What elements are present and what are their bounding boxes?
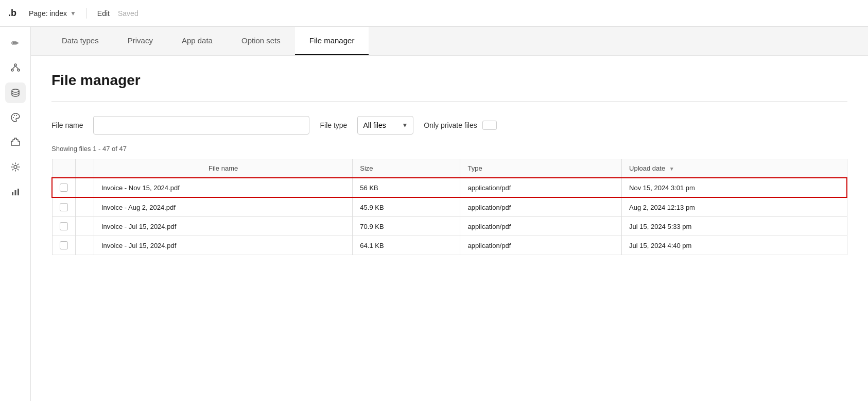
sort-icon: ▼: [669, 166, 674, 172]
row-size: 45.9 KB: [353, 197, 460, 217]
row-upload-date: Jul 15, 2024 5:33 pm: [622, 217, 847, 236]
edit-button[interactable]: Edit: [97, 9, 110, 18]
title-divider: [51, 101, 847, 102]
row-size: 56 KB: [353, 178, 460, 197]
row-checkbox-cell[interactable]: [52, 217, 76, 236]
th-type: Type: [460, 159, 622, 178]
row-preview-cell: [76, 217, 94, 236]
row-type: application/pdf: [460, 236, 622, 255]
main-content: Data types Privacy App data Option sets …: [31, 27, 868, 401]
row-filename: Invoice - Jul 15, 2024.pdf: [94, 217, 353, 236]
th-filename: File name: [94, 159, 353, 178]
svg-point-1: [11, 69, 13, 71]
filter-row: File name File type All files Images Doc…: [51, 116, 847, 135]
row-checkbox-cell[interactable]: [52, 236, 76, 255]
row-filename: Invoice - Nov 15, 2024.pdf: [94, 178, 353, 197]
svg-line-4: [15, 66, 19, 69]
svg-point-5: [12, 89, 19, 92]
table-row: Invoice - Aug 2, 2024.pdf 45.9 KB applic…: [52, 197, 847, 217]
topbar: .b Page: index ▼ Edit Saved: [0, 0, 868, 27]
only-private-toggle[interactable]: [482, 121, 497, 130]
svg-point-8: [16, 115, 17, 116]
row-upload-date: Nov 15, 2024 3:01 pm: [622, 178, 847, 197]
sidebar-icon-settings[interactable]: [5, 157, 26, 177]
tab-file-manager[interactable]: File manager: [295, 27, 369, 55]
page-chevron-icon: ▼: [70, 10, 76, 17]
file-type-label: File type: [320, 121, 347, 129]
page-label: Page: index: [29, 9, 67, 18]
tab-privacy[interactable]: Privacy: [113, 27, 167, 55]
page-title: File manager: [51, 72, 847, 89]
row-filename: Invoice - Jul 15, 2024.pdf: [94, 236, 353, 255]
showing-files-text: Showing files 1 - 47 of 47: [51, 145, 847, 153]
row-size: 64.1 KB: [353, 236, 460, 255]
row-type: application/pdf: [460, 178, 622, 197]
only-private-filter: Only private files: [424, 121, 496, 130]
svg-rect-12: [18, 189, 19, 195]
tab-app-data[interactable]: App data: [167, 27, 227, 55]
svg-rect-11: [14, 190, 16, 195]
row-preview-cell: [76, 236, 94, 255]
th-preview: [76, 159, 94, 178]
table-row: Invoice - Nov 15, 2024.pdf 56 KB applica…: [52, 178, 847, 197]
file-type-select-wrap[interactable]: All files Images Documents Audio Video ▼: [357, 116, 413, 135]
svg-point-0: [14, 64, 16, 66]
row-checkbox-cell[interactable]: [52, 197, 76, 217]
saved-status: Saved: [118, 9, 138, 18]
table-header-row: File name Size Type Upload date ▼: [52, 159, 847, 178]
page-selector[interactable]: Page: index ▼: [29, 9, 76, 18]
row-checkbox[interactable]: [60, 203, 68, 211]
sidebar: ✏: [0, 27, 31, 401]
row-preview-cell: [76, 178, 94, 197]
svg-line-3: [12, 66, 15, 69]
row-upload-date: Jul 15, 2024 4:40 pm: [622, 236, 847, 255]
sidebar-icon-chart[interactable]: [5, 181, 26, 202]
file-type-chevron-icon: ▼: [402, 122, 408, 129]
row-checkbox-cell[interactable]: [52, 178, 76, 197]
file-name-label: File name: [51, 121, 83, 129]
th-upload-date[interactable]: Upload date ▼: [622, 159, 847, 178]
content-area: File manager File name File type All fil…: [31, 56, 868, 272]
row-type: application/pdf: [460, 217, 622, 236]
svg-point-9: [14, 165, 17, 169]
row-checkbox[interactable]: [60, 222, 68, 230]
sidebar-icon-database[interactable]: [5, 82, 26, 103]
svg-point-6: [13, 117, 14, 118]
row-type: application/pdf: [460, 197, 622, 217]
sidebar-icon-palette[interactable]: [5, 107, 26, 128]
tab-option-sets[interactable]: Option sets: [227, 27, 295, 55]
topbar-divider: [86, 8, 87, 19]
app-logo: .b: [8, 8, 16, 19]
sidebar-icon-plugin[interactable]: [5, 132, 26, 153]
table-row: Invoice - Jul 15, 2024.pdf 70.9 KB appli…: [52, 217, 847, 236]
file-type-select[interactable]: All files Images Documents Audio Video: [363, 121, 402, 129]
row-upload-date: Aug 2, 2024 12:13 pm: [622, 197, 847, 217]
row-filename: Invoice - Aug 2, 2024.pdf: [94, 197, 353, 217]
file-name-input[interactable]: [93, 116, 309, 135]
layout: ✏: [0, 27, 868, 401]
sidebar-icon-pencil[interactable]: ✏: [5, 33, 26, 54]
sidebar-icon-hierarchy[interactable]: [5, 58, 26, 78]
th-checkbox: [52, 159, 76, 178]
tab-data-types[interactable]: Data types: [47, 27, 113, 55]
row-checkbox[interactable]: [60, 183, 68, 192]
table-row: Invoice - Jul 15, 2024.pdf 64.1 KB appli…: [52, 236, 847, 255]
svg-point-2: [18, 69, 20, 71]
tabs-bar: Data types Privacy App data Option sets …: [31, 27, 868, 56]
row-checkbox[interactable]: [60, 241, 68, 249]
row-size: 70.9 KB: [353, 217, 460, 236]
svg-point-7: [14, 115, 15, 116]
svg-rect-10: [12, 192, 13, 195]
files-table: File name Size Type Upload date ▼ Invoic…: [51, 159, 847, 255]
row-preview-cell: [76, 197, 94, 217]
only-private-label: Only private files: [424, 121, 477, 129]
th-size: Size: [353, 159, 460, 178]
